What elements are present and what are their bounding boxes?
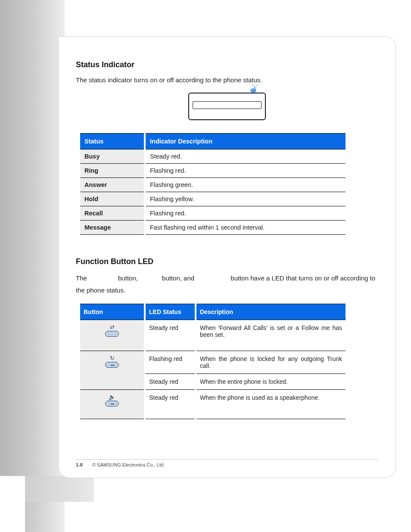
col-status: Status: [80, 133, 145, 149]
phone-illustration: ╲ | ╱: [188, 93, 266, 120]
decorative: [94, 476, 411, 532]
page-footer: 1-8 © SAMSUNG Electronics Co., Ltd.: [76, 459, 378, 467]
section-heading-function-led: Function Button LED: [76, 257, 378, 266]
led-icon: [250, 88, 256, 93]
table-row: RingFlashing red.: [80, 163, 346, 177]
section1-intro: The status indicator turns on or off acc…: [76, 75, 378, 85]
function-led-table: Button LED Status Description ⇄: [80, 304, 346, 419]
table-row: AnswerFlashing green.: [80, 177, 346, 192]
status-indicator-table: Status Indicator Description BusySteady …: [80, 133, 346, 235]
speaker-icon: 🔈: [103, 394, 121, 408]
table-row: 🔈 Steady red When the phone is used as a…: [80, 390, 346, 419]
col-led-status: LED Status: [145, 304, 196, 320]
col-description: Description: [196, 304, 346, 320]
transfer-icon: ⇄: [103, 324, 121, 338]
brand-logo: Enterprise IP Solutions OfficeServ: [73, 18, 159, 34]
table-row: RecallFlashing red.: [80, 206, 346, 220]
col-button: Button: [80, 304, 145, 320]
table-row: HoldFlashing yellow.: [80, 192, 346, 206]
table-row: ↻ Flashing red When the phone is locked …: [80, 351, 346, 374]
decorative: [25, 476, 94, 502]
page-number: 1-8: [76, 462, 83, 467]
section2-intro: The button, button, and button have a LE…: [76, 272, 378, 296]
page-card: Status Indicator The status indicator tu…: [58, 36, 396, 478]
col-description: Indicator Description: [145, 133, 346, 149]
decorative: [0, 476, 25, 532]
table-row: MessageFast flashing red within 1 second…: [80, 220, 346, 234]
page-content: Status Indicator The status indicator tu…: [76, 60, 378, 419]
table-row: ⇄ Steady red When 'Forward All Calls' is…: [80, 320, 346, 351]
copyright-text: © SAMSUNG Electronics Co., Ltd.: [92, 462, 165, 467]
redial-icon: ↻: [103, 355, 121, 369]
brand-wordmark: OfficeServ: [73, 22, 159, 34]
left-gradient-band: [0, 0, 65, 532]
table-row: BusySteady red.: [80, 149, 346, 163]
section-heading-status-indicator: Status Indicator: [76, 60, 378, 69]
